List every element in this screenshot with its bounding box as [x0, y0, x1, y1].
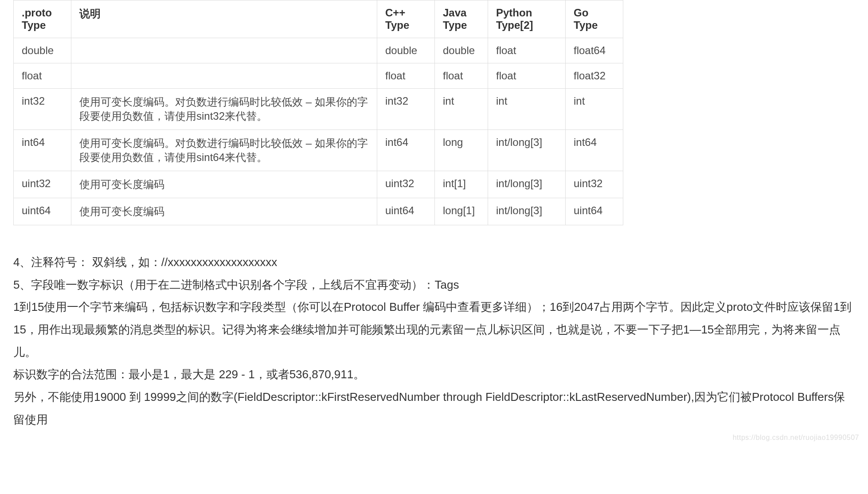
proto-types-table: .proto Type 说明 C++ Type Java Type Python… — [13, 0, 623, 225]
cell-java: int[1] — [435, 171, 488, 198]
cell-desc — [71, 63, 377, 89]
cell-proto: double — [14, 38, 71, 63]
cell-python: int — [488, 89, 566, 130]
cell-java: float — [435, 63, 488, 89]
cell-proto: int32 — [14, 89, 71, 130]
header-java-type: Java Type — [435, 0, 488, 38]
cell-desc: 使用可变长度编码 — [71, 198, 377, 225]
cell-java: long[1] — [435, 198, 488, 225]
cell-proto: int64 — [14, 130, 71, 171]
cell-go: float64 — [566, 38, 623, 63]
cell-proto: float — [14, 63, 71, 89]
table-row: int64 使用可变长度编码。对负数进行编码时比较低效 – 如果你的字段要使用负… — [14, 130, 623, 171]
table-row: int32 使用可变长度编码。对负数进行编码时比较低效 – 如果你的字段要使用负… — [14, 89, 623, 130]
cell-java: long — [435, 130, 488, 171]
cell-go: float32 — [566, 63, 623, 89]
cell-proto: uint32 — [14, 171, 71, 198]
paragraph-reserved-numbers: 另外，不能使用19000 到 19999之间的数字(FieldDescripto… — [13, 386, 855, 431]
cell-cpp: float — [377, 63, 435, 89]
cell-cpp: int64 — [377, 130, 435, 171]
paragraph-note-4: 4、注释符号： 双斜线，如：//xxxxxxxxxxxxxxxxxxx — [13, 251, 855, 274]
cell-desc: 使用可变长度编码。对负数进行编码时比较低效 – 如果你的字段要使用负数值，请使用… — [71, 130, 377, 171]
table-row: uint64 使用可变长度编码 uint64 long[1] int/long[… — [14, 198, 623, 225]
body-text: 4、注释符号： 双斜线，如：//xxxxxxxxxxxxxxxxxxx 5、字段… — [13, 251, 855, 431]
cell-desc — [71, 38, 377, 63]
cell-python: int/long[3] — [488, 171, 566, 198]
cell-proto: uint64 — [14, 198, 71, 225]
cell-java: int — [435, 89, 488, 130]
table-header-row: .proto Type 说明 C++ Type Java Type Python… — [14, 0, 623, 38]
cell-cpp: uint64 — [377, 198, 435, 225]
cell-cpp: int32 — [377, 89, 435, 130]
cell-java: double — [435, 38, 488, 63]
cell-python: int/long[3] — [488, 198, 566, 225]
paragraph-tags-encoding: 1到15使用一个字节来编码，包括标识数字和字段类型（你可以在Protocol B… — [13, 296, 855, 363]
cell-desc: 使用可变长度编码。对负数进行编码时比较低效 – 如果你的字段要使用负数值，请使用… — [71, 89, 377, 130]
watermark-text: https://blog.csdn.net/ruojiao19990507 — [733, 434, 859, 442]
cell-python: int/long[3] — [488, 130, 566, 171]
header-description: 说明 — [71, 0, 377, 38]
cell-python: float — [488, 38, 566, 63]
cell-go: uint32 — [566, 171, 623, 198]
table-row: double double double float float64 — [14, 38, 623, 63]
cell-python: float — [488, 63, 566, 89]
cell-go: uint64 — [566, 198, 623, 225]
header-cpp-type: C++ Type — [377, 0, 435, 38]
table-row: uint32 使用可变长度编码 uint32 int[1] int/long[3… — [14, 171, 623, 198]
header-proto-type: .proto Type — [14, 0, 71, 38]
cell-desc: 使用可变长度编码 — [71, 171, 377, 198]
table-row: float float float float float32 — [14, 63, 623, 89]
cell-cpp: uint32 — [377, 171, 435, 198]
paragraph-tag-range: 标识数字的合法范围：最小是1，最大是 229 - 1，或者536,870,911… — [13, 363, 855, 386]
cell-cpp: double — [377, 38, 435, 63]
cell-go: int — [566, 89, 623, 130]
header-python-type: Python Type[2] — [488, 0, 566, 38]
cell-go: int64 — [566, 130, 623, 171]
paragraph-note-5: 5、字段唯一数字标识（用于在二进制格式中识别各个字段，上线后不宜再变动）：Tag… — [13, 274, 855, 296]
header-go-type: Go Type — [566, 0, 623, 38]
